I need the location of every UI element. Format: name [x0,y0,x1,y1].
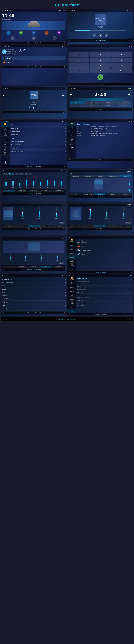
eq-band-3k[interactable]: 3k [31,176,37,188]
app-icon-back[interactable]: ◁ [10,36,15,40]
sidebar-sound[interactable]: 🔊 Sound [1,127,10,132]
phone-link-sidebar-phone[interactable]: 📱 Phone [67,243,76,247]
player-progress[interactable] [9,101,58,101]
phone-link-sidebar-sound[interactable]: 🔊 Sound [67,247,76,251]
eq-band-150[interactable]: 150 [10,176,16,188]
app-icon-music[interactable]: ♪ [6,31,10,35]
bass-right-tab-filter[interactable]: Bass filter [119,225,131,227]
nav-back-dial[interactable]: ◁ [69,84,69,85]
tab-surround[interactable]: Surround sound [15,190,27,192]
about-sidebar-about[interactable]: ℹ About [67,309,76,313]
bass-right-reset-button[interactable]: default [125,222,131,224]
tab-bass-filter[interactable]: Bass filter [53,190,65,192]
drive-slider-2[interactable] [129,188,130,192]
sidebar-navi[interactable]: 🗺 Navi [1,141,10,146]
about-sidebar-display[interactable]: 🖥 Display [67,285,76,289]
sf-system[interactable]: System › [2,304,66,307]
eq-band-1k[interactable]: 1k [23,176,30,188]
nav-fwd-sysinfo[interactable]: ▷ [131,159,132,160]
sf-display[interactable]: Display › [2,284,66,288]
bass-slider-r3[interactable]: 110Hz [115,207,131,219]
eq-band-400[interactable]: 400 [16,176,23,188]
nav-back-eq[interactable]: ◁ [3,193,4,194]
sysinfo-sidebar-reverse[interactable]: ⟲ Reverse [67,134,76,138]
sim-row[interactable]: SIM card information › [11,150,66,153]
drive-tab-bass[interactable]: Bass Boost [94,193,106,195]
dial-5[interactable]: 5 [90,58,111,62]
sysinfo-sidebar-network[interactable]: 📶 Network [67,122,76,126]
dial-star[interactable]: * [69,68,89,73]
about-sidebar-navi[interactable]: 🗺 Navi [67,293,76,296]
wifi-row[interactable]: WiFi not connected › [11,123,66,126]
radio-prev[interactable]: ⏮ [70,93,72,96]
dial-0[interactable]: 0 [90,68,111,73]
nav-fwd-player[interactable]: ▷ [63,111,64,113]
vpn-row[interactable]: More network settings › [11,140,66,143]
eq-band-12k[interactable]: 12k [44,176,51,188]
nav-fwd-sf[interactable]: ▷ [65,312,65,314]
nav-back-zone[interactable]: ◁ [3,269,4,270]
nav-back-phonelink[interactable]: ◁ [69,272,69,273]
eq-band-14k[interactable]: 14k [51,176,58,188]
about-sidebar-factory[interactable]: 🏭 Factory [67,301,76,305]
preset-pop[interactable]: Pop [20,173,24,175]
bass-left-tab-bass[interactable]: Bass Boost [28,225,40,227]
nav-fwd-about[interactable]: ▷ [131,314,132,315]
player-shuffle[interactable]: ⇄ [29,106,31,110]
bass-slider-r1[interactable]: 100Hz [82,207,98,219]
phone-link-easy[interactable]: 📡 EasyConnection ✓ [77,248,132,252]
nav-back-about[interactable]: ◁ [69,314,69,315]
more-row[interactable]: More › [11,136,66,140]
tab-zone[interactable]: ZONE [40,190,52,192]
preset-6[interactable]: 87.50 [85,104,100,107]
mode-passenger[interactable]: Passenger mode [107,175,119,177]
dial-9[interactable]: 9 [111,63,132,68]
preset-4[interactable]: 87.50 [116,101,131,104]
nav-fwd-dial[interactable]: ▷ [131,84,132,85]
nav-fwd-bt[interactable]: ▷ [65,66,65,68]
nav-fwd-eq[interactable]: ▷ [64,193,65,194]
device-honor[interactable]: 📱 Honor 7A [2,56,65,60]
sidebar-factory[interactable]: 🏭 Factory [1,151,10,156]
nav-back-radio[interactable]: ◁ [70,109,71,110]
preset-jazz[interactable]: Jazz [15,173,19,175]
play-button[interactable]: ▶ [99,34,102,37]
sidebar-network[interactable]: 📶 Network [1,122,10,127]
zone-tab-bass[interactable]: Bass Boost [28,266,40,268]
preset-2[interactable]: 87.50 [85,101,100,104]
bass-right-tab-bass[interactable]: Bass Boost [94,225,106,227]
bass-slider-3[interactable]: 110Hz [48,207,65,219]
nav-back-bass-left[interactable]: ◁ [3,228,4,230]
nav-back[interactable]: ◁ [2,42,3,44]
phone-link-sidebar-system[interactable]: 🔧 System [67,259,76,263]
bass-left-tab-filter[interactable]: Bass filter [53,225,65,227]
about-sidebar-reverse[interactable]: ⟲ Reverse [67,289,76,293]
phone-link-iphone[interactable]: 🍎 iPhone [77,244,132,248]
player-repeat[interactable]: ⟳ [37,106,38,110]
eq-band-16k[interactable]: 16k [58,176,65,188]
sysinfo-sidebar-more[interactable]: ⋯ More [67,150,76,154]
global-recent-icon[interactable]: □ [8,318,9,320]
sysinfo-sidebar-factory[interactable]: 🏭 Factory [67,146,76,150]
nav-fwd-music[interactable]: ▷ [131,40,132,41]
zone-slider-2[interactable]: FR [19,254,33,261]
sysinfo-sidebar-about[interactable]: ℹ About [67,154,76,158]
app-icon-bt[interactable]: ✦ [32,31,36,35]
app-icon-settings[interactable]: ⚙ [57,31,61,35]
device-iphone[interactable]: 🍎 iPhone [2,60,65,64]
drive-tab-zone[interactable]: ZONE [107,193,119,195]
nav-back-sysinfo[interactable]: ◁ [69,159,69,160]
nav-back-bass-right[interactable]: ◁ [70,228,71,230]
tab-bass-boost[interactable]: Bass Boost [28,190,40,192]
phone-link-sidebar-more[interactable]: ⋯ About [67,267,76,271]
dial-3[interactable]: 3 [111,52,132,57]
preset-3[interactable]: 87.50 [101,101,115,104]
next-button[interactable]: ⏭ [105,34,108,37]
zone-reset-button[interactable]: default [59,262,65,264]
sf-notifications[interactable]: App & notifications › [2,281,66,284]
app-icon-home[interactable]: ○ [32,36,36,40]
dial-7[interactable]: 7 [69,63,89,68]
sf-about[interactable]: About Mirror › [2,307,66,310]
eq-band-6k[interactable]: 6k [37,176,44,188]
sidebar-display[interactable]: 🖥 Display [1,132,10,136]
